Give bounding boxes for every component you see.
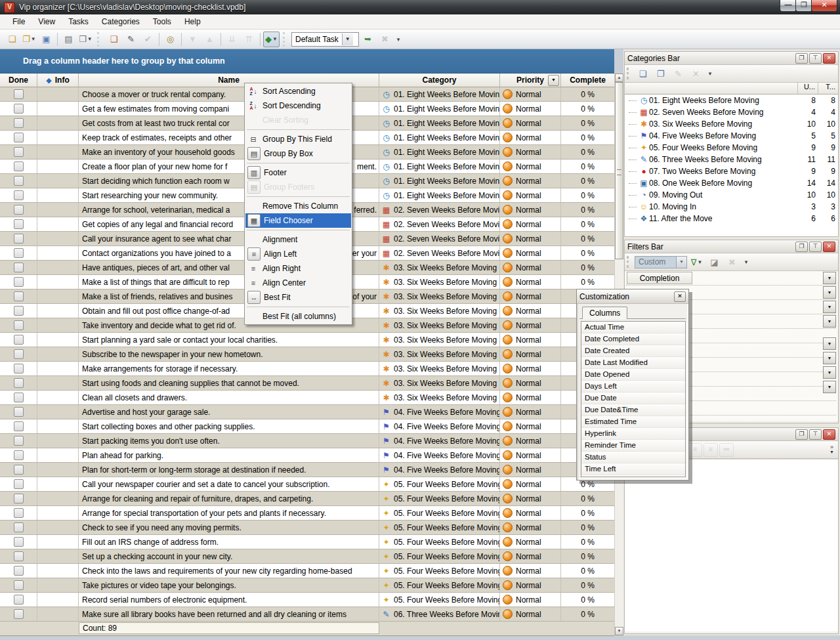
- done-checkbox[interactable]: [14, 436, 24, 446]
- column-header-priority[interactable]: Priority ▼: [500, 74, 561, 87]
- table-row[interactable]: Arrange for cleaning and repair of furni…: [0, 492, 614, 506]
- table-row[interactable]: Fill out an IRS change of address form.✦…: [0, 535, 614, 549]
- done-checkbox[interactable]: [14, 248, 24, 258]
- done-checkbox[interactable]: [14, 89, 24, 99]
- column-header-complete[interactable]: Complete: [561, 74, 614, 87]
- filter-value-dropdown[interactable]: ▼: [823, 366, 836, 379]
- menu-item-align-left[interactable]: ≡Align Left: [245, 247, 351, 261]
- pin-icon[interactable]: ⊤: [809, 242, 822, 252]
- filters-overflow-icon[interactable]: ▾: [742, 254, 751, 270]
- filter-value-dropdown[interactable]: ▼: [823, 337, 836, 350]
- column-header-done[interactable]: Done: [0, 74, 37, 87]
- table-row[interactable]: Record serial numbers of electronic equi…: [0, 593, 614, 607]
- table-row[interactable]: Start collecting boxes and other packing…: [0, 419, 614, 434]
- column-header-info[interactable]: ◆ Info: [37, 74, 79, 87]
- category-list-item[interactable]: ✦05. Four Weeks Before Moving99: [625, 142, 838, 154]
- table-row[interactable]: Make arrangements for storage if necessa…: [0, 362, 614, 376]
- table-row[interactable]: Plan ahead for parking.⚑04. Five Weeks B…: [0, 448, 614, 463]
- table-row[interactable]: Check to see if you need any moving perm…: [0, 521, 614, 535]
- done-checkbox[interactable]: [14, 450, 24, 460]
- close-panel-icon[interactable]: ✕: [823, 242, 835, 252]
- field-chooser-item[interactable]: Time Left: [581, 463, 685, 475]
- column-header-category[interactable]: Category: [379, 74, 500, 87]
- table-row[interactable]: Start using foods and cleaning supplies …: [0, 376, 614, 391]
- category-list-item[interactable]: ▦02. Seven Weeks Before Moving44: [625, 106, 838, 118]
- done-checkbox[interactable]: [14, 277, 24, 287]
- done-checkbox[interactable]: [14, 104, 24, 114]
- tab-columns[interactable]: Columns: [582, 307, 627, 319]
- menu-item-field-chooser[interactable]: ▦Field Chooser: [245, 213, 351, 228]
- category-list-item[interactable]: ☺10. Moving In33: [625, 201, 838, 213]
- pin-icon[interactable]: ⊤: [809, 53, 822, 64]
- scroll-down-button[interactable]: ▼: [615, 627, 623, 635]
- new-category-icon[interactable]: ❏: [635, 66, 651, 81]
- field-chooser-item[interactable]: Date Created: [581, 345, 685, 357]
- find-tasks-icon[interactable]: ◎: [162, 32, 178, 47]
- field-chooser-item[interactable]: Status: [581, 452, 685, 463]
- menu-item-group-by-box[interactable]: ▤Group By Box: [245, 146, 351, 161]
- menu-item-sort-descending[interactable]: ZA↓Sort Descending: [245, 98, 351, 113]
- category-list-item[interactable]: ●07. Two Weeks Before Moving99: [625, 165, 838, 177]
- done-checkbox[interactable]: [14, 263, 24, 272]
- filter-value-dropdown[interactable]: ▼: [823, 272, 836, 284]
- category-list-item[interactable]: ◷01. Eight Weeks Before Moving88: [625, 95, 838, 106]
- minimize-button[interactable]: —: [780, 0, 797, 12]
- table-row[interactable]: Make sure all library books have been re…: [0, 607, 614, 622]
- menu-item-sort-ascending[interactable]: AZ↓Sort Ascending: [245, 84, 351, 98]
- category-list-item[interactable]: ✎06. Three Weeks Before Moving1111: [625, 154, 838, 165]
- pin-icon[interactable]: ⊤: [809, 429, 822, 440]
- scroll-thumb[interactable]: [615, 82, 623, 259]
- menu-item-align-right[interactable]: ≡Align Right: [245, 261, 351, 276]
- menu-item-best-fit-all-columns[interactable]: Best Fit (all columns): [245, 309, 351, 324]
- notes-editor[interactable]: [625, 459, 838, 631]
- filter-value-dropdown[interactable]: ▼: [823, 352, 836, 364]
- menu-item-best-fit[interactable]: ↔Best Fit: [245, 290, 351, 305]
- save-database-icon[interactable]: ▣: [38, 32, 54, 47]
- field-chooser-item[interactable]: Days Left: [581, 381, 685, 393]
- restore-panel-icon[interactable]: ❐: [795, 53, 808, 64]
- done-checkbox[interactable]: [14, 407, 24, 417]
- category-list-item[interactable]: ❖11. After the Move66: [625, 213, 838, 224]
- field-chooser-item[interactable]: Reminder Time: [581, 440, 685, 452]
- field-chooser-item[interactable]: Due Date: [581, 393, 685, 404]
- field-chooser-item[interactable]: Hyperlink: [581, 428, 685, 440]
- open-database-icon[interactable]: ❐▼: [21, 32, 37, 47]
- done-checkbox[interactable]: [14, 494, 24, 503]
- done-checkbox[interactable]: [14, 566, 24, 576]
- done-checkbox[interactable]: [14, 335, 24, 345]
- table-row[interactable]: Arrange for special transportation of yo…: [0, 506, 614, 521]
- done-checkbox[interactable]: [14, 595, 24, 605]
- chevron-down-icon[interactable]: ▼: [697, 259, 702, 265]
- done-checkbox[interactable]: [14, 580, 24, 590]
- done-checkbox[interactable]: [14, 479, 24, 489]
- categories-overflow-icon[interactable]: ▾: [705, 66, 715, 81]
- category-list-item[interactable]: ◔09. Moving Out1010: [625, 189, 838, 201]
- menu-item-file[interactable]: File: [7, 15, 31, 28]
- done-checkbox[interactable]: [14, 234, 24, 244]
- new-database-icon[interactable]: ❏: [4, 32, 20, 47]
- done-checkbox[interactable]: [14, 378, 24, 388]
- chevron-down-icon[interactable]: ▼: [272, 36, 278, 42]
- done-checkbox[interactable]: [14, 190, 24, 200]
- done-checkbox[interactable]: [14, 147, 24, 157]
- chevron-down-icon[interactable]: ▼: [342, 33, 353, 45]
- menu-item-help[interactable]: Help: [178, 15, 207, 28]
- toolbar-overflow-icon[interactable]: ▾: [394, 32, 403, 47]
- edit-task-icon[interactable]: ✎: [123, 32, 139, 47]
- done-checkbox[interactable]: [14, 465, 24, 475]
- dialog-close-icon[interactable]: ✕: [674, 291, 686, 302]
- close-panel-icon[interactable]: ✕: [823, 429, 835, 440]
- category-list-item[interactable]: ▣08. One Week Before Moving1414: [625, 177, 838, 189]
- done-checkbox[interactable]: [14, 551, 24, 561]
- filter-value-dropdown[interactable]: ▼: [823, 381, 836, 393]
- table-row[interactable]: Clean all closets and drawers.✱03. Six W…: [0, 391, 614, 405]
- table-row[interactable]: Call your newspaper courier and set a da…: [0, 477, 614, 492]
- restore-panel-icon[interactable]: ❐: [795, 242, 808, 252]
- filters-panel-header[interactable]: Filters Bar ❐ ⊤ ✕: [625, 240, 838, 253]
- task-type-combo[interactable]: Default Task▼: [291, 32, 359, 47]
- col-total[interactable]: T...: [818, 83, 838, 94]
- notes-panel-toggle-icon[interactable]: ◆▼: [263, 32, 280, 47]
- erase-filter-icon[interactable]: ◪: [706, 254, 723, 270]
- menu-item-group-by-this-field[interactable]: ⊟Group By This Field: [245, 132, 351, 146]
- filter-value-dropdown[interactable]: ▼: [823, 315, 836, 328]
